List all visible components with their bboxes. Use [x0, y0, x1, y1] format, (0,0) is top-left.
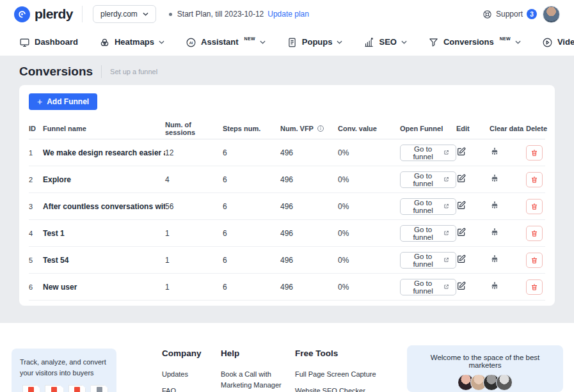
- edit-pencil-icon: [456, 227, 466, 237]
- table-row: 2 Explore 4 6 496 0% Go to funnel: [29, 166, 545, 193]
- vfp-count: 496: [280, 256, 338, 265]
- nav-item-popups[interactable]: Popups: [287, 36, 343, 48]
- trash-icon: [530, 256, 538, 264]
- sessions-count: 1: [165, 283, 223, 292]
- steps-count: 6: [223, 256, 280, 265]
- clear-data-brush-button[interactable]: [490, 254, 500, 264]
- footer-heading: Free Tools: [295, 349, 378, 358]
- table-row: 3 After countless conversations with job…: [29, 193, 545, 220]
- edit-pencil-icon: [456, 146, 466, 157]
- delete-button[interactable]: [526, 226, 543, 241]
- external-link-icon: [443, 283, 449, 290]
- main-nav: Dashboard Heatmaps AI AssistantNEW Popup…: [0, 28, 574, 56]
- conv-value: 0%: [338, 283, 400, 292]
- support-label: Support: [496, 10, 523, 19]
- g2-logo-icon: [51, 387, 57, 392]
- col-sessions: Num. of sessions: [165, 121, 223, 136]
- promo-card: Track, analyze, and convert your visitor…: [12, 349, 116, 392]
- info-icon[interactable]: [317, 125, 324, 132]
- external-link-icon: [443, 149, 449, 156]
- delete-button[interactable]: [526, 279, 543, 295]
- nav-item-heatmaps[interactable]: Heatmaps: [99, 36, 164, 48]
- funnel-id: 3: [29, 203, 43, 210]
- edit-button[interactable]: [456, 173, 466, 184]
- support-button[interactable]: Support 3: [482, 9, 537, 19]
- add-funnel-button[interactable]: + Add Funnel: [29, 93, 97, 110]
- go-to-funnel-label: Go to funnel: [407, 279, 439, 295]
- delete-button[interactable]: [526, 253, 543, 268]
- delete-button[interactable]: [526, 172, 543, 187]
- chevron-down-icon: [260, 40, 266, 44]
- avatar: [496, 374, 513, 391]
- edit-button[interactable]: [456, 254, 466, 264]
- support-count-badge: 3: [527, 9, 537, 19]
- nav-item-conversions[interactable]: ConversionsNEW: [428, 36, 521, 48]
- clear-data-brush-button[interactable]: [490, 173, 500, 184]
- table-row: 5 Test 54 1 6 496 0% Go to funnel: [29, 247, 545, 274]
- edit-pencil-icon: [456, 200, 466, 210]
- edit-button[interactable]: [456, 227, 466, 237]
- clear-data-brush-button[interactable]: [490, 281, 500, 291]
- clear-data-brush-button[interactable]: [490, 227, 500, 237]
- footer-link-screen-capture[interactable]: Full Page Screen Capture: [295, 369, 378, 380]
- col-delete: Delete: [526, 125, 547, 132]
- clear-data-brush-button[interactable]: [490, 200, 500, 210]
- go-to-funnel-button[interactable]: Go to funnel: [400, 225, 456, 242]
- edit-button[interactable]: [456, 146, 466, 157]
- domain-selector[interactable]: plerdy.com: [93, 5, 156, 23]
- marketer-avatars: [415, 374, 555, 391]
- plerdy-logo[interactable]: plerdy: [14, 6, 73, 22]
- divider: [101, 65, 102, 78]
- edit-pencil-icon: [456, 281, 466, 291]
- clear-data-brush-button[interactable]: [490, 146, 500, 157]
- conv-value: 0%: [338, 175, 400, 184]
- top-bar: plerdy plerdy.com Start Plan, till 2023-…: [0, 0, 574, 28]
- content-section: Conversions Set up a funnel + Add Funnel…: [0, 56, 574, 323]
- popups-document-icon: [287, 37, 298, 48]
- sessions-count: 1: [165, 256, 223, 265]
- col-steps: Steps num.: [223, 125, 280, 132]
- go-to-funnel-button[interactable]: Go to funnel: [400, 252, 456, 269]
- go-to-funnel-button[interactable]: Go to funnel: [400, 171, 456, 188]
- external-link-icon: [443, 176, 449, 183]
- new-badge: NEW: [244, 36, 255, 41]
- g2-logo-icon: [74, 387, 80, 392]
- nav-item-assistant[interactable]: AI AssistantNEW: [186, 36, 266, 48]
- conv-value: 0%: [338, 229, 400, 238]
- steps-count: 6: [223, 202, 280, 211]
- footer-link-faq[interactable]: FAQ: [162, 386, 202, 392]
- steps-count: 6: [223, 175, 280, 184]
- nav-item-dashboard[interactable]: Dashboard: [19, 36, 78, 48]
- edit-pencil-icon: [456, 173, 466, 184]
- dashboard-monitor-icon: [19, 37, 30, 48]
- table-row: 1 We make design research easier and fas…: [29, 139, 545, 166]
- col-vfp: Num. VFP: [280, 125, 338, 132]
- edit-button[interactable]: [456, 200, 466, 210]
- chevron-down-icon: [401, 40, 407, 44]
- table-row: 6 New user 1 6 496 0% Go to funnel: [29, 274, 545, 301]
- footer-link-seo-checker[interactable]: Website SEO Checker: [295, 386, 378, 392]
- nav-item-seo[interactable]: SEO: [363, 36, 406, 48]
- go-to-funnel-button[interactable]: Go to funnel: [400, 279, 456, 295]
- go-to-funnel-button[interactable]: Go to funnel: [400, 198, 456, 215]
- delete-button[interactable]: [526, 145, 543, 161]
- go-to-funnel-button[interactable]: Go to funnel: [400, 145, 456, 161]
- brush-icon: [490, 227, 500, 237]
- nav-label: Video: [557, 36, 574, 48]
- nav-label: Assistant: [201, 36, 239, 48]
- chevron-down-icon: [337, 40, 342, 44]
- delete-button[interactable]: [526, 199, 543, 214]
- update-plan-link[interactable]: Update plan: [267, 10, 309, 19]
- video-play-icon: [542, 37, 553, 48]
- user-avatar[interactable]: [543, 6, 560, 23]
- heatmaps-icon: [99, 37, 110, 48]
- edit-button[interactable]: [456, 281, 466, 291]
- divider: [82, 6, 83, 22]
- go-to-funnel-label: Go to funnel: [407, 226, 439, 241]
- footer-link-updates[interactable]: Updates: [162, 369, 202, 380]
- funnel-id: 4: [29, 230, 43, 237]
- g2-badge: Leader: [90, 385, 108, 392]
- footer-link-book-call[interactable]: Book a Call with Marketing Manager: [221, 369, 285, 391]
- funnel-name: Test 1: [43, 229, 165, 238]
- nav-item-video[interactable]: Video: [542, 36, 574, 48]
